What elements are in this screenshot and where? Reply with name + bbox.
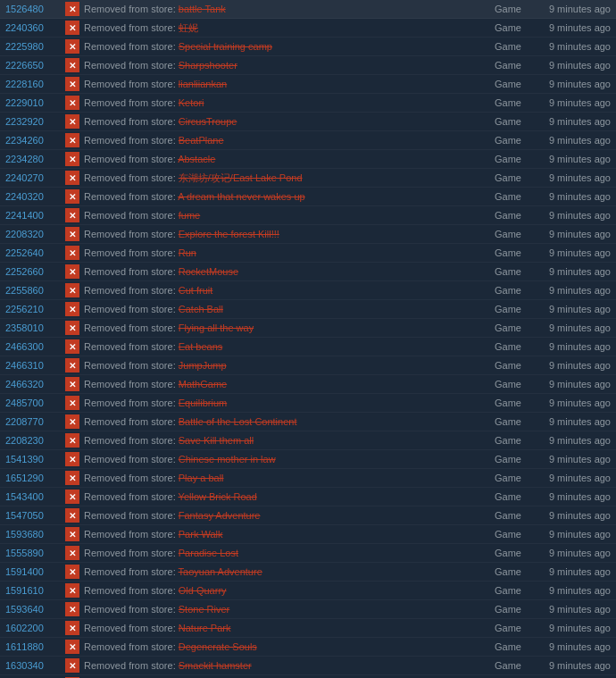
log-message: Removed from store: Park Walk [84,529,486,540]
app-id-link[interactable]: 2234260 [5,135,61,146]
app-id-link[interactable]: 1543400 [5,491,61,502]
app-id-link[interactable]: 1591400 [5,566,61,577]
app-id-link[interactable]: 1593680 [5,529,61,540]
game-name: Sharpshooter [179,60,237,71]
game-name: BeatPlane [179,135,224,146]
app-id-link[interactable]: 2208230 [5,435,61,446]
app-id-link[interactable]: 2466300 [5,341,61,352]
app-id-link[interactable]: 2228160 [5,79,61,89]
log-message: Removed from store: 东湖坊/攻记/East Lake Pon… [84,172,486,185]
removed-icon: ✕ [65,77,79,91]
time-badge: 9 minutes ago [530,454,611,465]
log-message: Removed from store: Degenerate Souls [84,641,486,652]
game-name: battle Tank [179,4,226,14]
log-message: Removed from store: Paradise Lost [84,548,486,558]
table-row: 1591610 ✕ Removed from store: Old Quarry… [0,582,616,600]
time-badge: 9 minutes ago [530,529,611,540]
removed-icon: ✕ [65,321,79,335]
app-id-link[interactable]: 2240360 [5,22,61,33]
app-id-link[interactable]: 2241400 [5,210,61,221]
type-badge: Game [495,322,521,333]
game-name: Taoyuan Adventure [179,566,262,577]
app-id-link[interactable]: 1611880 [5,641,61,652]
app-id-link[interactable]: 2255860 [5,285,61,296]
log-message: Removed from store: Run [84,247,486,258]
type-badge: Game [495,623,521,633]
app-id-link[interactable]: 2252640 [5,247,61,258]
app-id-link[interactable]: 1591610 [5,585,61,596]
removed-icon: ✕ [65,189,79,204]
app-id-link[interactable]: 1526480 [5,4,61,14]
time-badge: 9 minutes ago [530,435,611,446]
app-id-link[interactable]: 2358010 [5,322,61,333]
log-message: Removed from store: Old Quarry [84,585,486,596]
time-badge: 9 minutes ago [530,229,611,239]
game-name: fume [179,210,200,221]
log-message: Removed from store: lianliiankan [84,79,486,89]
app-id-link[interactable]: 2229010 [5,97,61,108]
app-id-link[interactable]: 2208320 [5,229,61,239]
app-id-link[interactable]: 1541390 [5,454,61,465]
game-name: MathGame [179,379,227,389]
log-message: Removed from store: Nature Park [84,623,486,633]
app-id-link[interactable]: 2240320 [5,191,61,202]
removed-icon: ✕ [65,283,79,297]
type-badge: Game [495,266,521,277]
removed-icon: ✕ [65,2,79,16]
time-badge: 9 minutes ago [530,210,611,221]
log-message: Removed from store: Fantasy Adventure [84,510,486,521]
removed-icon: ✕ [65,227,79,241]
table-row: 2229010 ✕ Removed from store: Ketori Gam… [0,94,616,113]
removed-icon: ✕ [65,658,79,673]
time-badge: 9 minutes ago [530,191,611,202]
removed-icon: ✕ [65,452,79,466]
table-row: 2208770 ✕ Removed from store: Battle of … [0,413,616,431]
app-id-link[interactable]: 1547050 [5,510,61,521]
time-badge: 9 minutes ago [530,341,611,352]
app-id-link[interactable]: 2240270 [5,172,61,183]
app-id-link[interactable]: 2256210 [5,304,61,314]
log-container: 1526480 ✕ Removed from store: battle Tan… [0,0,616,678]
removed-icon: ✕ [65,339,79,354]
app-id-link[interactable]: 2234280 [5,154,61,164]
time-badge: 9 minutes ago [530,41,611,52]
app-id-link[interactable]: 2226650 [5,60,61,71]
log-message: Removed from store: Stone River [84,604,486,615]
table-row: 1651290 ✕ Removed from store: Play a bal… [0,469,616,488]
app-id-link[interactable]: 1630340 [5,660,61,671]
app-id-link[interactable]: 1651290 [5,473,61,483]
table-row: 2228160 ✕ Removed from store: lianliiank… [0,75,616,94]
app-id-link[interactable]: 2232920 [5,116,61,127]
table-row: 2240360 ✕ Removed from store: 虹妮 Game 9 … [0,19,616,38]
type-badge: Game [495,660,521,671]
app-id-link[interactable]: 2208770 [5,416,61,427]
log-message: Removed from store: fume [84,210,486,221]
table-row: 2255860 ✕ Removed from store: Cut fruit … [0,281,616,300]
type-badge: Game [495,491,521,502]
app-id-link[interactable]: 1555890 [5,548,61,558]
type-badge: Game [495,172,521,183]
type-badge: Game [495,435,521,446]
game-name: Flying all the way [179,322,254,333]
type-badge: Game [495,585,521,596]
table-row: 1611880 ✕ Removed from store: Degenerate… [0,638,616,657]
app-id-link[interactable]: 1602200 [5,623,61,633]
time-badge: 9 minutes ago [530,379,611,389]
app-id-link[interactable]: 2252660 [5,266,61,277]
table-row: 1541390 ✕ Removed from store: Chinese mo… [0,450,616,469]
time-badge: 9 minutes ago [530,79,611,89]
app-id-link[interactable]: 2466320 [5,379,61,389]
table-row: 1526480 ✕ Removed from store: battle Tan… [0,0,616,19]
log-message: Removed from store: Ketori [84,97,486,108]
log-message: Removed from store: CircusTroupe [84,116,486,127]
log-message: Removed from store: Abstacle [84,154,486,164]
app-id-link[interactable]: 2485700 [5,398,61,408]
time-badge: 9 minutes ago [530,398,611,408]
game-name: Stone River [179,604,229,615]
removed-icon: ✕ [65,96,79,110]
app-id-link[interactable]: 2225980 [5,41,61,52]
app-id-link[interactable]: 2466310 [5,360,61,371]
app-id-link[interactable]: 1593640 [5,604,61,615]
removed-icon: ✕ [65,58,79,72]
table-row: 1630340 ✕ Removed from store: Smackit ha… [0,657,616,675]
